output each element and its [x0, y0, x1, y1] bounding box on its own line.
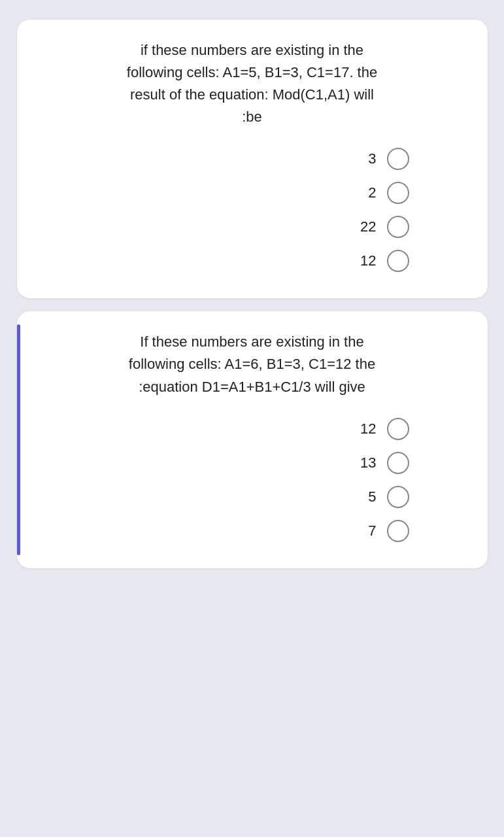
option-value: 13 — [357, 454, 377, 471]
option-item: 7 — [357, 520, 409, 542]
option-value: 5 — [357, 488, 377, 505]
option-value: 22 — [357, 218, 377, 235]
option-item: 3 — [357, 148, 409, 170]
radio-button[interactable] — [387, 418, 409, 440]
question-text-2: If these numbers are existing in the fol… — [43, 331, 462, 398]
radio-button[interactable] — [387, 182, 409, 204]
option-value: 2 — [357, 184, 377, 201]
option-item: 12 — [357, 418, 409, 440]
radio-button[interactable] — [387, 216, 409, 238]
option-value: 12 — [357, 420, 377, 437]
options-list-1: 3 2 22 12 — [43, 148, 462, 272]
question-text-1: if these numbers are existing in the fol… — [43, 39, 462, 128]
option-item: 22 — [357, 216, 409, 238]
options-list-2: 12 13 5 7 — [43, 418, 462, 542]
question-card-1: if these numbers are existing in the fol… — [17, 20, 488, 298]
option-value: 7 — [357, 522, 377, 539]
option-item: 5 — [357, 486, 409, 508]
question-card-2: If these numbers are existing in the fol… — [17, 311, 488, 568]
radio-button[interactable] — [387, 520, 409, 542]
radio-button[interactable] — [387, 148, 409, 170]
option-item: 12 — [357, 250, 409, 272]
radio-button[interactable] — [387, 452, 409, 474]
radio-button[interactable] — [387, 486, 409, 508]
radio-button[interactable] — [387, 250, 409, 272]
option-item: 2 — [357, 182, 409, 204]
option-item: 13 — [357, 452, 409, 474]
option-value: 3 — [357, 150, 377, 167]
option-value: 12 — [357, 252, 377, 269]
